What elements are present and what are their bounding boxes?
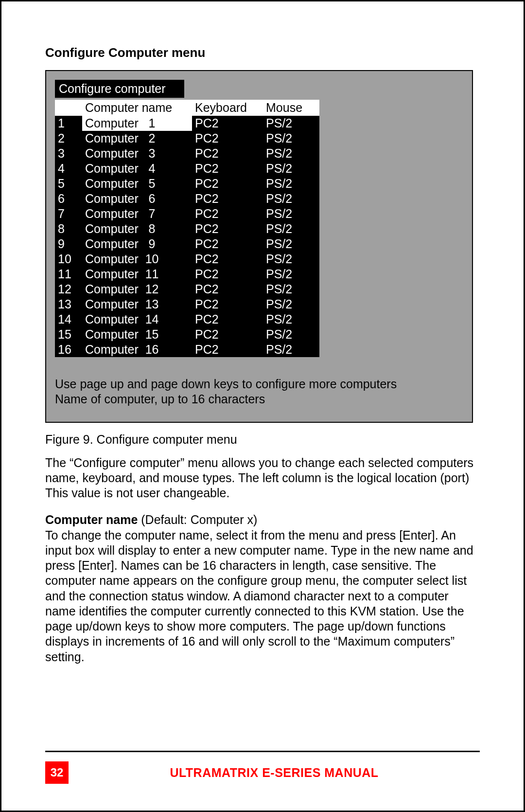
row-keyboard[interactable]: PC2 — [192, 282, 263, 297]
header-blank — [55, 100, 82, 116]
row-mouse[interactable]: PS/2 — [263, 221, 319, 236]
header-mouse: Mouse — [263, 100, 319, 116]
table-row[interactable]: 14Computer 14PC2PS/2 — [55, 312, 319, 327]
row-keyboard[interactable]: PC2 — [192, 191, 263, 206]
row-keyboard[interactable]: PC2 — [192, 176, 263, 191]
row-keyboard[interactable]: PC2 — [192, 297, 263, 312]
row-index: 14 — [55, 312, 82, 327]
row-keyboard[interactable]: PC2 — [192, 146, 263, 161]
table-header-row: Computer name Keyboard Mouse — [55, 100, 319, 116]
row-mouse[interactable]: PS/2 — [263, 267, 319, 282]
table-row[interactable]: 12Computer 12PC2PS/2 — [55, 282, 319, 297]
row-index: 12 — [55, 282, 82, 297]
header-computer-name: Computer name — [82, 100, 192, 116]
row-keyboard[interactable]: PC2 — [192, 342, 263, 357]
row-index: 16 — [55, 342, 82, 357]
computer-config-table: Computer name Keyboard Mouse 1Computer 1… — [55, 100, 319, 357]
row-index: 1 — [55, 116, 82, 131]
row-keyboard[interactable]: PC2 — [192, 236, 263, 252]
menu-title: Configure computer — [55, 80, 184, 98]
row-computer-name[interactable]: Computer 10 — [82, 252, 192, 267]
row-index: 4 — [55, 161, 82, 176]
row-mouse[interactable]: PS/2 — [263, 282, 319, 297]
figure-caption: Figure 9. Configure computer menu — [45, 433, 480, 447]
row-mouse[interactable]: PS/2 — [263, 327, 319, 342]
row-computer-name[interactable]: Computer 15 — [82, 327, 192, 342]
row-keyboard[interactable]: PC2 — [192, 206, 263, 221]
table-row[interactable]: 11Computer 11PC2PS/2 — [55, 267, 319, 282]
table-row[interactable]: 7Computer 7PC2PS/2 — [55, 206, 319, 221]
row-keyboard[interactable]: PC2 — [192, 312, 263, 327]
table-row[interactable]: 15Computer 15PC2PS/2 — [55, 327, 319, 342]
row-index: 6 — [55, 191, 82, 206]
row-index: 3 — [55, 146, 82, 161]
configure-computer-menu: Configure computer Computer name Keyboar… — [45, 70, 473, 423]
label-computer-name: Computer name — [45, 513, 138, 526]
row-computer-name[interactable]: Computer 13 — [82, 297, 192, 312]
footer-divider — [45, 751, 480, 752]
row-index: 13 — [55, 297, 82, 312]
row-mouse[interactable]: PS/2 — [263, 252, 319, 267]
section-heading: Configure Computer menu — [45, 45, 480, 60]
page-footer: 32 ULTRAMATRIX E-SERIES MANUAL — [45, 761, 480, 784]
row-computer-name[interactable]: Computer 5 — [82, 176, 192, 191]
row-mouse[interactable]: PS/2 — [263, 342, 319, 357]
paragraph-computer-name-body: To change the computer name, select it f… — [45, 528, 473, 664]
row-mouse[interactable]: PS/2 — [263, 206, 319, 221]
row-index: 5 — [55, 176, 82, 191]
label-default: (Default: Computer x) — [138, 513, 257, 526]
row-index: 2 — [55, 131, 82, 146]
table-row[interactable]: 10Computer 10PC2PS/2 — [55, 252, 319, 267]
row-computer-name[interactable]: Computer 1 — [82, 116, 192, 131]
header-keyboard: Keyboard — [192, 100, 263, 116]
row-index: 10 — [55, 252, 82, 267]
row-keyboard[interactable]: PC2 — [192, 116, 263, 131]
table-row[interactable]: 4Computer 4PC2PS/2 — [55, 161, 319, 176]
row-computer-name[interactable]: Computer 4 — [82, 161, 192, 176]
table-row[interactable]: 16Computer 16PC2PS/2 — [55, 342, 319, 357]
table-row[interactable]: 8Computer 8PC2PS/2 — [55, 221, 319, 236]
row-computer-name[interactable]: Computer 7 — [82, 206, 192, 221]
row-index: 15 — [55, 327, 82, 342]
row-computer-name[interactable]: Computer 16 — [82, 342, 192, 357]
menu-hint-line-2: Name of computer, up to 16 characters — [55, 392, 463, 407]
table-row[interactable]: 5Computer 5PC2PS/2 — [55, 176, 319, 191]
row-mouse[interactable]: PS/2 — [263, 312, 319, 327]
row-keyboard[interactable]: PC2 — [192, 221, 263, 236]
row-computer-name[interactable]: Computer 3 — [82, 146, 192, 161]
row-index: 8 — [55, 221, 82, 236]
row-computer-name[interactable]: Computer 11 — [82, 267, 192, 282]
row-mouse[interactable]: PS/2 — [263, 191, 319, 206]
row-keyboard[interactable]: PC2 — [192, 267, 263, 282]
paragraph-computer-name: Computer name (Default: Computer x) To c… — [45, 512, 480, 665]
row-computer-name[interactable]: Computer 9 — [82, 236, 192, 252]
row-keyboard[interactable]: PC2 — [192, 131, 263, 146]
row-mouse[interactable]: PS/2 — [263, 297, 319, 312]
row-mouse[interactable]: PS/2 — [263, 116, 319, 131]
row-mouse[interactable]: PS/2 — [263, 236, 319, 252]
row-keyboard[interactable]: PC2 — [192, 161, 263, 176]
row-keyboard[interactable]: PC2 — [192, 327, 263, 342]
row-computer-name[interactable]: Computer 14 — [82, 312, 192, 327]
row-mouse[interactable]: PS/2 — [263, 146, 319, 161]
row-keyboard[interactable]: PC2 — [192, 252, 263, 267]
table-row[interactable]: 3Computer 3PC2PS/2 — [55, 146, 319, 161]
table-row[interactable]: 2Computer 2PC2PS/2 — [55, 131, 319, 146]
paragraph-intro: The “Configure computer” menu allows you… — [45, 455, 480, 501]
table-row[interactable]: 13Computer 13PC2PS/2 — [55, 297, 319, 312]
row-index: 9 — [55, 236, 82, 252]
row-mouse[interactable]: PS/2 — [263, 161, 319, 176]
menu-hint-line-1: Use page up and page down keys to config… — [55, 377, 463, 392]
row-computer-name[interactable]: Computer 12 — [82, 282, 192, 297]
row-computer-name[interactable]: Computer 8 — [82, 221, 192, 236]
page-number: 32 — [45, 761, 69, 784]
row-mouse[interactable]: PS/2 — [263, 131, 319, 146]
row-index: 11 — [55, 267, 82, 282]
table-row[interactable]: 1Computer 1PC2PS/2 — [55, 116, 319, 131]
row-index: 7 — [55, 206, 82, 221]
row-computer-name[interactable]: Computer 2 — [82, 131, 192, 146]
table-row[interactable]: 9Computer 9PC2PS/2 — [55, 236, 319, 252]
row-mouse[interactable]: PS/2 — [263, 176, 319, 191]
row-computer-name[interactable]: Computer 6 — [82, 191, 192, 206]
table-row[interactable]: 6Computer 6PC2PS/2 — [55, 191, 319, 206]
